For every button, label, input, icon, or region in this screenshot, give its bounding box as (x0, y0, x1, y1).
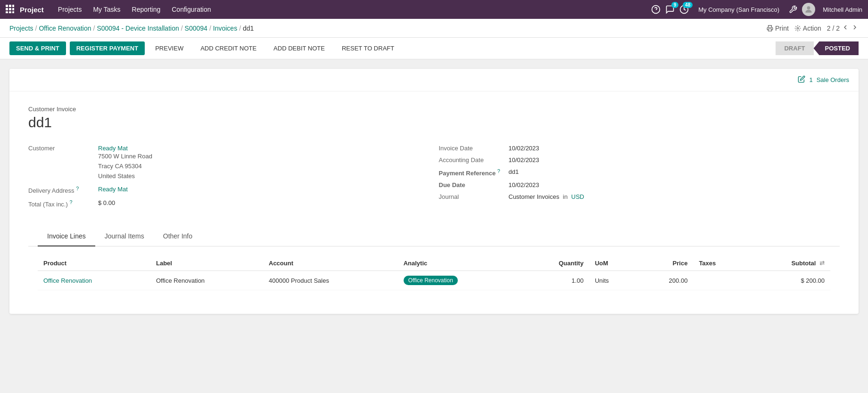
svg-rect-4 (9, 8, 11, 10)
main-content: 1 Sale Orders Customer Invoice dd1 Custo… (0, 59, 868, 391)
prev-page-button[interactable] (842, 24, 849, 33)
edit-icon (798, 75, 805, 84)
sale-orders-count: 1 (809, 76, 812, 83)
add-debit-note-button[interactable]: ADD DEBIT NOTE (267, 42, 331, 55)
svg-rect-1 (9, 5, 11, 7)
sale-orders-banner: 1 Sale Orders (9, 69, 859, 91)
subtotal-settings-icon[interactable]: ⇄ (819, 260, 825, 267)
svg-rect-2 (12, 5, 14, 7)
preview-button[interactable]: PREVIEW (149, 42, 190, 55)
col-taxes: Taxes (693, 256, 746, 271)
payment-reference-value: dd1 (509, 168, 519, 175)
svg-point-14 (797, 27, 799, 29)
status-posted: POSTED (814, 41, 859, 55)
nav-configuration[interactable]: Configuration (167, 3, 215, 16)
customer-address: 7500 W Linne Road Tracy CA 95304 United … (98, 152, 152, 181)
breadcrumb: Projects / Office Renovation / S00094 - … (9, 25, 254, 32)
invoice-left-details: Customer Ready Mat 7500 W Linne Road Tra… (28, 145, 430, 213)
due-date-value: 10/02/2023 (509, 181, 539, 188)
accounting-date-row: Accounting Date 10/02/2023 (439, 156, 840, 164)
tabs: Invoice Lines Journal Items Other Info (28, 227, 840, 246)
next-page-button[interactable] (851, 24, 859, 33)
svg-rect-7 (9, 11, 11, 13)
row-account: 400000 Product Sales (263, 271, 398, 290)
activity-badge: 48 (683, 2, 693, 8)
row-label: Office Renovation (150, 271, 263, 290)
invoice-lines-section: Product Label Account Analytic Quantity … (28, 246, 840, 300)
app-grid-icon[interactable] (6, 5, 14, 15)
page-counter: 2 / 2 (827, 25, 840, 32)
due-date-label: Due Date (439, 181, 505, 188)
nav-my-tasks[interactable]: My Tasks (88, 3, 125, 16)
invoice-date-row: Invoice Date 10/02/2023 (439, 145, 840, 152)
row-subtotal: $ 200.00 (746, 271, 830, 290)
settings-icon[interactable] (789, 5, 797, 14)
customer-row: Customer Ready Mat 7500 W Linne Road Tra… (28, 145, 430, 181)
pagination: 2 / 2 (827, 24, 859, 33)
customer-label: Customer (28, 145, 94, 152)
breadcrumb-bar: Projects / Office Renovation / S00094 - … (0, 19, 868, 38)
chat-badge: 9 (671, 2, 679, 8)
chat-icon[interactable]: 9 (665, 5, 675, 14)
breadcrumb-current: dd1 (243, 25, 254, 32)
tab-invoice-lines[interactable]: Invoice Lines (38, 227, 95, 246)
user-name: Mitchell Admin (823, 6, 862, 13)
svg-point-12 (807, 6, 810, 9)
breadcrumb-projects[interactable]: Projects (9, 25, 33, 32)
col-account: Account (263, 256, 398, 271)
col-subtotal: Subtotal ⇄ (746, 256, 830, 271)
col-quantity: Quantity (521, 256, 589, 271)
company-name: My Company (San Francisco) (698, 6, 779, 13)
journal-currency[interactable]: USD (571, 193, 584, 200)
analytic-tag: Office Renovation (404, 276, 458, 285)
app-name: Project (20, 6, 44, 14)
sale-orders-link[interactable]: 1 Sale Orders (798, 75, 849, 84)
add-credit-note-button[interactable]: ADD CREDIT NOTE (194, 42, 263, 55)
row-product[interactable]: Office Renovation (38, 271, 150, 290)
total-row: Total (Tax inc.) ? $ 0.00 (28, 199, 430, 208)
send-print-button[interactable]: SEND & PRINT (9, 41, 66, 55)
col-product: Product (38, 256, 150, 271)
avatar (802, 3, 815, 16)
breadcrumb-invoices[interactable]: Invoices (213, 25, 237, 32)
total-label: Total (Tax inc.) ? (28, 199, 94, 208)
invoice-date-value: 10/02/2023 (509, 145, 539, 152)
reset-to-draft-button[interactable]: RESET TO DRAFT (335, 42, 401, 55)
invoice-title: dd1 (28, 115, 840, 131)
invoice-right-details: Invoice Date 10/02/2023 Accounting Date … (439, 145, 840, 213)
toolbar: SEND & PRINT REGISTER PAYMENT PREVIEW AD… (0, 38, 868, 59)
print-button[interactable]: Print (767, 25, 789, 32)
register-payment-button[interactable]: REGISTER PAYMENT (70, 41, 145, 55)
support-icon[interactable] (651, 5, 661, 14)
activity-icon[interactable]: 48 (679, 5, 689, 14)
nav-projects[interactable]: Projects (53, 3, 87, 16)
tab-other-info[interactable]: Other Info (154, 227, 202, 246)
journal-label: Journal (439, 193, 505, 200)
tab-journal-items[interactable]: Journal Items (95, 227, 154, 246)
status-bar: DRAFT POSTED (776, 41, 859, 55)
breadcrumb-s00094[interactable]: S00094 (185, 25, 207, 32)
breadcrumb-device-installation[interactable]: S00094 - Device Installation (97, 25, 179, 32)
row-uom: Units (589, 271, 637, 290)
svg-rect-8 (12, 11, 14, 13)
delivery-address-row: Delivery Address ? Ready Mat (28, 186, 430, 194)
delivery-address-value[interactable]: Ready Mat (98, 186, 128, 193)
total-value: $ 0.00 (98, 199, 115, 206)
payment-reference-row: Payment Reference ? dd1 (439, 168, 840, 177)
status-draft: DRAFT (776, 41, 813, 55)
due-date-row: Due Date 10/02/2023 (439, 181, 840, 188)
nav-reporting[interactable]: Reporting (127, 3, 165, 16)
col-analytic: Analytic (398, 256, 521, 271)
delivery-address-label: Delivery Address ? (28, 186, 94, 194)
action-button[interactable]: Action (794, 25, 821, 32)
breadcrumb-actions: Print Action 2 / 2 (767, 24, 859, 33)
breadcrumb-office-renovation[interactable]: Office Renovation (39, 25, 91, 32)
table-row: Office Renovation Office Renovation 4000… (38, 271, 830, 290)
customer-name[interactable]: Ready Mat (98, 145, 152, 152)
invoice-details: Customer Ready Mat 7500 W Linne Road Tra… (28, 145, 840, 213)
sale-orders-label: Sale Orders (817, 76, 849, 83)
accounting-date-label: Accounting Date (439, 156, 505, 164)
col-price: Price (637, 256, 693, 271)
col-uom: UoM (589, 256, 637, 271)
invoice-lines-table: Product Label Account Analytic Quantity … (38, 256, 830, 290)
